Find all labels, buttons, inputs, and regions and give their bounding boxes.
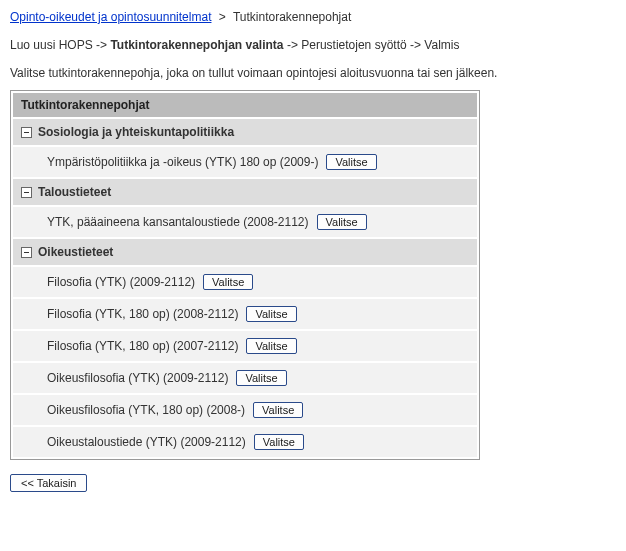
select-button[interactable]: Valitse (236, 370, 286, 386)
template-label: Ympäristöpolitiikka ja -oikeus (YTK) 180… (47, 155, 318, 169)
template-label: Filosofia (YTK, 180 op) (2007-2112) (47, 339, 238, 353)
template-label: Oikeusfilosofia (YTK) (2009-2112) (47, 371, 228, 385)
select-button[interactable]: Valitse (203, 274, 253, 290)
select-button[interactable]: Valitse (246, 338, 296, 354)
group-title: Taloustieteet (38, 185, 111, 199)
template-row: Filosofia (YTK, 180 op) (2008-2112) Vali… (13, 299, 477, 329)
template-row: Oikeustaloustiede (YTK) (2009-2112) Vali… (13, 427, 477, 457)
template-row: YTK, pääaineena kansantaloustiede (2008-… (13, 207, 477, 237)
select-button[interactable]: Valitse (246, 306, 296, 322)
breadcrumb-separator: > (219, 10, 226, 24)
group-header-taloustieteet[interactable]: Taloustieteet (13, 179, 477, 205)
collapse-icon[interactable] (21, 247, 32, 258)
select-button[interactable]: Valitse (326, 154, 376, 170)
template-row: Oikeusfilosofia (YTK, 180 op) (2008-) Va… (13, 395, 477, 425)
templates-panel: Tutkintorakennepohjat Sosiologia ja yhte… (10, 90, 480, 460)
template-row: Ympäristöpolitiikka ja -oikeus (YTK) 180… (13, 147, 477, 177)
template-row: Oikeusfilosofia (YTK) (2009-2112) Valits… (13, 363, 477, 393)
select-button[interactable]: Valitse (254, 434, 304, 450)
group-title: Oikeustieteet (38, 245, 113, 259)
breadcrumb-link[interactable]: Opinto-oikeudet ja opintosuunnitelmat (10, 10, 211, 24)
wizard-step-current: Tutkintorakennepohjan valinta (110, 38, 283, 52)
wizard-arrow-2: -> (410, 38, 421, 52)
wizard-arrow-1: -> (287, 38, 298, 52)
template-label: Oikeusfilosofia (YTK, 180 op) (2008-) (47, 403, 245, 417)
select-button[interactable]: Valitse (317, 214, 367, 230)
wizard-steps: Luo uusi HOPS -> Tutkintorakennepohjan v… (10, 38, 616, 52)
group-title: Sosiologia ja yhteiskuntapolitiikka (38, 125, 234, 139)
breadcrumb-current: Tutkintorakennepohjat (233, 10, 351, 24)
group-header-oikeustieteet[interactable]: Oikeustieteet (13, 239, 477, 265)
template-label: YTK, pääaineena kansantaloustiede (2008-… (47, 215, 309, 229)
collapse-icon[interactable] (21, 187, 32, 198)
template-label: Oikeustaloustiede (YTK) (2009-2112) (47, 435, 246, 449)
wizard-step-4: Valmis (424, 38, 459, 52)
panel-header: Tutkintorakennepohjat (13, 93, 477, 117)
template-label: Filosofia (YTK, 180 op) (2008-2112) (47, 307, 238, 321)
back-button[interactable]: << Takaisin (10, 474, 87, 492)
group-header-sosiologia[interactable]: Sosiologia ja yhteiskuntapolitiikka (13, 119, 477, 145)
wizard-prefix: Luo uusi HOPS -> (10, 38, 107, 52)
instruction-text: Valitse tutkintorakennepohja, joka on tu… (10, 66, 616, 80)
template-row: Filosofia (YTK, 180 op) (2007-2112) Vali… (13, 331, 477, 361)
wizard-step-3: Perustietojen syöttö (301, 38, 406, 52)
collapse-icon[interactable] (21, 127, 32, 138)
template-label: Filosofia (YTK) (2009-2112) (47, 275, 195, 289)
select-button[interactable]: Valitse (253, 402, 303, 418)
template-row: Filosofia (YTK) (2009-2112) Valitse (13, 267, 477, 297)
breadcrumb: Opinto-oikeudet ja opintosuunnitelmat > … (10, 10, 616, 24)
